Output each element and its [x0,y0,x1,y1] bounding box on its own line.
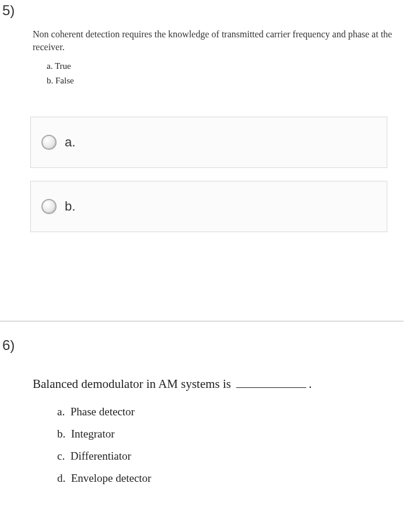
list-item: d. Envelope detector [57,472,394,485]
question-6-prompt: Balanced demodulator in AM systems is . [33,377,394,391]
item-letter: a. [47,61,52,71]
list-item: b. Integrator [57,428,394,440]
question-divider [0,321,404,321]
radio-icon [41,199,57,214]
question-6-item-list: a. Phase detector b. Integrator c. Diffe… [57,405,394,485]
question-5-item-list: a. True b. False [47,61,394,86]
fill-blank [236,378,306,388]
prompt-text-post: . [309,377,312,391]
item-text: Envelope detector [71,472,152,484]
answer-option-a[interactable]: a. [30,117,387,168]
list-item: a. True [47,61,394,71]
item-letter: b. [47,76,53,85]
item-text: Differentiator [71,450,131,462]
item-letter: c. [57,450,65,462]
item-text: Integrator [71,428,115,440]
question-6-number: 6) [2,337,15,354]
answer-option-b[interactable]: b. [30,181,387,232]
item-text: False [55,76,74,85]
radio-icon [41,135,57,150]
item-letter: a. [57,405,65,418]
list-item: b. False [47,76,394,86]
item-letter: d. [57,472,65,484]
question-5-body: Non coherent detection requires the know… [33,28,394,90]
item-letter: b. [57,428,65,440]
item-text: Phase detector [71,405,135,418]
question-5-prompt: Non coherent detection requires the know… [33,28,394,53]
list-item: a. Phase detector [57,405,394,418]
prompt-text-pre: Balanced demodulator in AM systems is [33,377,234,391]
list-item: c. Differentiator [57,450,394,463]
answer-option-label: b. [65,199,75,214]
answer-option-label: a. [65,135,75,150]
question-5-number: 5) [2,2,15,19]
item-text: True [55,61,71,71]
question-6-body: Balanced demodulator in AM systems is . … [33,377,394,494]
